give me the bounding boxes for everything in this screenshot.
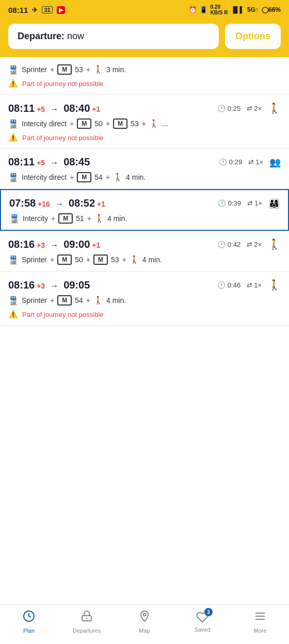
more-icon: [254, 610, 266, 625]
metro-number: 53: [111, 256, 119, 264]
dep-time: 08:11: [8, 103, 35, 114]
crowd-icon: 🚶: [268, 238, 281, 250]
metro-number: 54: [94, 173, 103, 181]
arr-offset: +1: [92, 241, 100, 249]
arr-offset: +1: [92, 105, 100, 113]
alarm-icon: ⏰: [189, 6, 197, 13]
walk-time: 4 min.: [142, 256, 162, 264]
journey-item[interactable]: 🚆 Sprinter + M 53 + 🚶 3 min. ⚠️ Part of …: [0, 57, 289, 95]
train-icon: 🚆: [8, 173, 19, 182]
journey-item[interactable]: 08:11 +5 → 08:40 +1 🕐 0:25 ⇄ 2× 🚶 🚆 In: [0, 95, 289, 149]
walk-icon: 🚶: [130, 255, 139, 264]
nav-map[interactable]: Map: [129, 610, 160, 634]
nav-plan[interactable]: Plan: [13, 610, 44, 634]
walk-icon: 🚶: [149, 119, 159, 128]
dep-offset: +5: [37, 105, 45, 113]
map-icon: [138, 610, 151, 625]
dep-time: 08:16: [8, 279, 35, 291]
journey-item-highlighted[interactable]: 07:58 +16 → 08:52 +1 🕐 0:39 ⇄ 1× 👨‍👩‍👧 🚆: [0, 189, 289, 231]
arr-time: 09:00: [63, 239, 90, 250]
train-name: Intercity direct: [22, 173, 67, 181]
walk-time: ...: [162, 120, 168, 128]
nav-map-label: Map: [139, 628, 150, 634]
calendar-icon: 31: [42, 6, 52, 13]
journey-list: 🚆 Sprinter + M 53 + 🚶 3 min. ⚠️ Part of …: [0, 57, 289, 367]
arr-time: 08:45: [63, 156, 90, 168]
warning-text: Part of journey not possible: [22, 311, 104, 318]
crowd-icon: 🚶: [268, 279, 281, 291]
walk-icon: 🚶: [94, 214, 104, 223]
dep-offset: +3: [37, 241, 45, 249]
transfer-icon: ⇄: [247, 281, 252, 289]
arr-offset: +1: [97, 200, 105, 208]
train-icon: 🚆: [8, 119, 19, 129]
train-icon: 🚆: [9, 214, 20, 224]
departures-icon: [81, 610, 93, 625]
nav-saved-label: Saved: [194, 626, 210, 633]
airplane-icon: ✈: [32, 6, 38, 14]
metro-number: 54: [75, 296, 83, 304]
dep-offset: +3: [37, 282, 45, 290]
plan-icon: [23, 610, 35, 625]
metro-number: 50: [75, 256, 83, 264]
nav-departures-label: Departures: [73, 628, 101, 634]
duration: 🕐 0:42: [217, 241, 240, 248]
clock-icon: 🕐: [217, 241, 226, 248]
train-icon: 🚆: [8, 255, 19, 265]
train-name: Sprinter: [22, 296, 47, 304]
transfer-icon: ⇄: [247, 105, 252, 112]
arr-time: 08:52: [69, 197, 95, 209]
metro-badge: M: [77, 118, 91, 129]
transfers: ⇄ 1×: [248, 158, 263, 166]
arr-time: 08:40: [63, 103, 90, 114]
duration: 🕐 0:46: [217, 281, 240, 289]
transfers: ⇄ 1×: [247, 199, 262, 207]
journey-item[interactable]: 08:11 +5 → 08:45 🕐 0:29 ⇄ 1× 👥 🚆 Interci…: [0, 149, 289, 189]
crowd-icon: 👨‍👩‍👧: [268, 198, 280, 209]
saved-icon: 3: [196, 611, 208, 624]
header: Departure: now Options: [0, 19, 289, 57]
svg-point-3: [143, 614, 146, 616]
journey-item[interactable]: 08:16 +3 → 09:05 🕐 0:46 ⇄ 1× 🚶 🚆 Sprinte…: [0, 272, 289, 326]
train-name: Intercity direct: [22, 120, 67, 128]
clock-icon: 🕐: [217, 105, 226, 112]
duration: 🕐 0:25: [217, 105, 240, 112]
walk-time: 3 min.: [106, 65, 126, 74]
transfer-icon: ⇄: [247, 241, 252, 248]
5g-icon: 5G↑: [247, 6, 259, 13]
walk-time: 4 min.: [107, 214, 127, 223]
status-bar: 08:11 ✈ 31 ▶ ⏰ 📳 0.20KB/S R ▐▌▌ 5G↑ ◯66%: [0, 0, 289, 19]
metro-number: 53: [75, 65, 83, 74]
train-name: Sprinter: [22, 256, 47, 264]
nav-plan-label: Plan: [23, 628, 35, 634]
warning-text: Part of journey not possible: [22, 134, 104, 142]
clock-icon: 🕐: [217, 281, 226, 289]
metro-badge: M: [113, 118, 127, 129]
duration: 🕐 0:29: [219, 158, 242, 166]
nav-more-label: More: [253, 628, 266, 634]
warning-icon: ⚠️: [8, 310, 18, 319]
train-icon: 🚆: [8, 65, 19, 75]
departure-label: Departure:: [18, 31, 65, 41]
signal-icon: ▐▌▌: [231, 6, 244, 13]
transfers: ⇄ 1×: [247, 281, 262, 289]
metro-badge: M: [93, 255, 108, 265]
options-button[interactable]: Options: [225, 24, 281, 49]
clock-icon: 🕐: [218, 199, 226, 207]
departure-value: now: [67, 31, 84, 41]
nav-more[interactable]: More: [245, 610, 276, 634]
duration: 🕐 0:39: [218, 199, 241, 207]
dep-time: 08:11: [8, 156, 35, 168]
nav-departures[interactable]: Departures: [71, 610, 102, 634]
journey-item[interactable]: 08:16 +3 → 09:00 +1 🕐 0:42 ⇄ 2× 🚶 🚆 Sp: [0, 231, 289, 272]
metro-badge: M: [57, 64, 72, 75]
nav-saved[interactable]: 3 Saved: [187, 611, 218, 633]
status-time: 08:11: [8, 6, 28, 14]
bottom-nav: Plan Departures Map 3 Saved: [0, 604, 289, 644]
metro-badge: M: [77, 172, 91, 182]
clock-icon: 🕐: [219, 158, 227, 166]
dep-offset: +5: [37, 159, 45, 167]
crowd-icon: 🚶: [268, 102, 281, 114]
crowd-icon: 👥: [269, 157, 281, 168]
departure-box: Departure: now: [8, 24, 219, 49]
